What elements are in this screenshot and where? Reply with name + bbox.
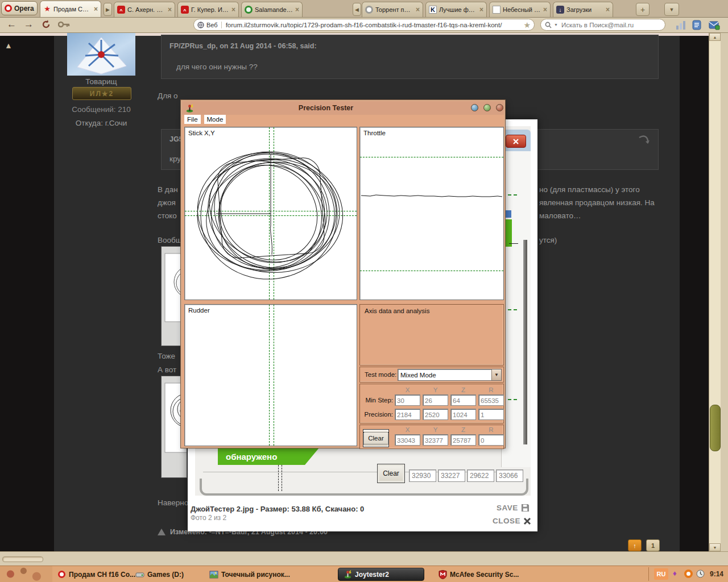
address-bar[interactable]: Веб ★	[193, 19, 535, 31]
taskbar-item-joytester2[interactable]: Joytester2	[338, 568, 424, 581]
post-line3-left: стоко	[158, 211, 177, 220]
stats-bars-icon[interactable]	[676, 20, 686, 32]
menu-mode[interactable]: Mode	[204, 115, 226, 124]
scrollbar-down-icon[interactable]: ▼	[709, 543, 721, 551]
current-r-field[interactable]	[478, 434, 504, 446]
lightbox-caption: ДжойТестер 2.jpg - Размер: 53.88 Кб, Ска…	[191, 505, 364, 513]
scroll-to-top-icon[interactable]: ▲	[5, 41, 13, 50]
notes-page-icon[interactable]	[692, 20, 702, 32]
min-step-y-field[interactable]	[423, 394, 448, 406]
precision-r-field[interactable]	[478, 409, 504, 420]
current-y-input[interactable]	[423, 435, 448, 446]
test-mode-dropdown[interactable]: Mixed Mode ▼	[398, 369, 502, 381]
taskbar-item-games-drive[interactable]: Games (D:)	[135, 568, 184, 581]
red-book-icon: ^	[117, 6, 125, 14]
tab-close-icon[interactable]: ×	[168, 7, 172, 13]
bookmark-star-icon[interactable]: ★	[523, 20, 531, 30]
taskbar-item-mcafee[interactable]: McAfee Security Sc...	[438, 568, 519, 581]
vertical-scrollbar[interactable]: ▲ ▼	[709, 33, 721, 551]
tab-kuper[interactable]: ^ Г. Купер. Исто... ×	[177, 2, 239, 17]
precision-x-input[interactable]	[395, 410, 420, 420]
tab-nebesny[interactable]: Небесный тихо... ×	[489, 2, 551, 17]
current-y-field[interactable]	[423, 434, 448, 446]
tab-salamander[interactable]: Salamander Prof... ×	[241, 2, 303, 17]
tab-close-icon[interactable]: ×	[231, 7, 235, 13]
mail-icon[interactable]	[709, 20, 720, 32]
min-step-x-field[interactable]	[395, 394, 420, 406]
scroll-up-page-button[interactable]: ↑	[628, 539, 642, 551]
current-x-input[interactable]	[395, 435, 420, 446]
tray-clock-icon[interactable]	[696, 569, 705, 580]
min-step-r-field[interactable]	[478, 394, 504, 406]
tab-close-icon[interactable]: ×	[416, 7, 420, 13]
tab-list-dropdown-icon[interactable]: ▼	[664, 3, 679, 16]
dropdown-arrow-icon[interactable]: ▼	[491, 369, 501, 380]
start-area[interactable]	[0, 566, 52, 582]
min-step-z-field[interactable]	[450, 394, 476, 406]
url-input[interactable]	[225, 21, 521, 29]
min-step-z-input[interactable]	[451, 396, 475, 406]
current-x-field[interactable]	[395, 434, 420, 446]
tab-torrent[interactable]: Торрент порта... ×	[362, 2, 423, 17]
gray-ring-icon	[365, 6, 373, 14]
precision-y-input[interactable]	[423, 410, 448, 420]
key-icon[interactable]	[58, 20, 71, 31]
precision-z-field[interactable]	[450, 409, 476, 420]
reply-arrow-icon[interactable]	[638, 135, 650, 147]
search-engine-dropdown-icon[interactable]: ▼	[554, 23, 558, 27]
scrollbar-thumb[interactable]	[710, 405, 721, 451]
tab-scroll-left-icon[interactable]: ◀	[353, 3, 361, 16]
tester-titlebar[interactable]: Precision Tester	[182, 101, 504, 115]
tray-opera-icon[interactable]	[684, 569, 693, 578]
precision-x-field[interactable]	[395, 409, 420, 420]
horizontal-scrollbar[interactable]	[2, 556, 43, 562]
avatar[interactable]	[67, 33, 135, 76]
lightbox-save-button[interactable]: SAVE	[497, 504, 530, 512]
back-button[interactable]: ←	[7, 18, 16, 31]
min-step-r-input[interactable]	[479, 396, 503, 406]
taskbar-item-bitmap[interactable]: Точечный рисунок...	[209, 568, 290, 581]
tab-films[interactable]: K Лучшие фильм... ×	[425, 2, 487, 17]
lightbox-close-button[interactable]: CLOSE	[493, 517, 531, 525]
current-z-field[interactable]	[450, 434, 476, 446]
taskbar-item-opera[interactable]: Продам CH f16 Co...	[57, 568, 135, 581]
current-r-input[interactable]	[479, 435, 503, 446]
tab-scroll-right-icon[interactable]: ▶	[104, 3, 112, 16]
tab-label: Salamander Prof...	[255, 6, 293, 13]
new-tab-button[interactable]: +	[636, 3, 650, 16]
tab-close-icon[interactable]: ×	[606, 7, 610, 13]
url-security-badge: Веб	[197, 22, 222, 28]
tab-close-icon[interactable]: ×	[543, 7, 547, 13]
maximize-orb-icon[interactable]	[483, 104, 491, 111]
forward-button[interactable]: →	[24, 18, 34, 31]
document-icon	[493, 6, 500, 14]
tab-close-icon[interactable]: ×	[295, 7, 299, 13]
search-input[interactable]	[560, 21, 661, 29]
min-step-y-input[interactable]	[423, 396, 448, 406]
tray-diamond-icon[interactable]: ♦	[673, 569, 677, 577]
precision-z-input[interactable]	[451, 410, 475, 420]
current-header-r: R	[478, 426, 504, 433]
menu-file[interactable]: File	[184, 115, 201, 124]
tab-close-icon[interactable]: ×	[94, 6, 98, 12]
page-number-button[interactable]: 1	[646, 539, 660, 551]
min-step-x-input[interactable]	[395, 396, 420, 406]
kinopoisk-icon: K	[429, 6, 437, 14]
language-indicator[interactable]: RU	[654, 568, 668, 580]
tab-downloads[interactable]: ↓ Загрузки ×	[553, 2, 613, 17]
clear-button[interactable]: Clear	[363, 429, 389, 447]
precision-y-field[interactable]	[423, 409, 448, 420]
reload-button[interactable]	[41, 19, 51, 32]
precision-r-input[interactable]	[479, 410, 503, 420]
tab-ahern[interactable]: ^ С. Ахерн. Сто и... ×	[114, 2, 175, 17]
tab-close-icon[interactable]: ×	[479, 7, 483, 13]
screen: Opera ★ Продам CH f16 ... × ▶ ^ С. Ахерн…	[0, 0, 728, 582]
search-box[interactable]: ▼	[540, 19, 665, 31]
current-z-input[interactable]	[451, 435, 475, 446]
minimize-orb-icon[interactable]	[471, 104, 478, 111]
opera-menu-button[interactable]: Opera	[1, 1, 38, 15]
tab-prodam-ch-f16[interactable]: ★ Продам CH f16 ... ×	[40, 1, 101, 17]
scrollbar-up-icon[interactable]: ▲	[709, 33, 721, 41]
close-orb-icon[interactable]	[496, 104, 503, 111]
tray-clock-time[interactable]: 9:14	[710, 570, 723, 578]
